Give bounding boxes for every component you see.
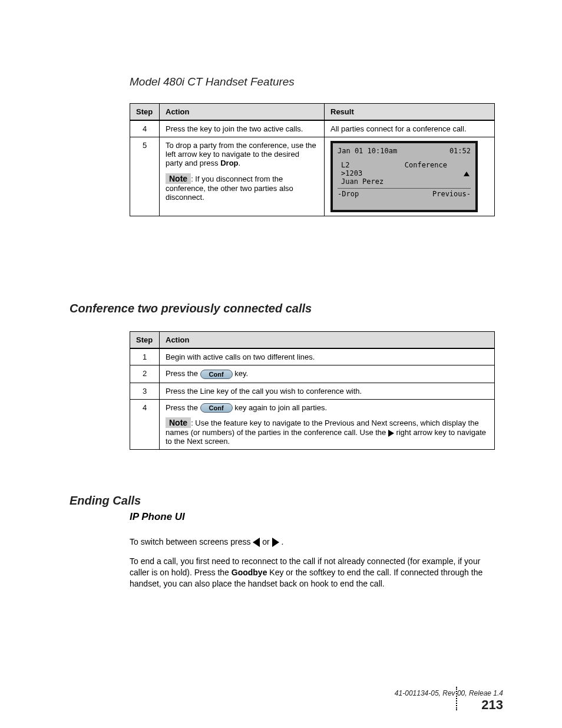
ip-phone-ui-heading: IP Phone UI [130, 511, 495, 523]
section-heading: Model 480i CT Handset Features [130, 75, 495, 88]
step-number: 3 [130, 383, 160, 399]
page-footer: 41-001134-05, Rev 00, Releae 1.4 213 [395, 689, 503, 713]
conf-key-icon: Conf [200, 403, 233, 413]
step-number: 5 [130, 137, 160, 216]
conference-two-calls-table: Step Action 1 Begin with active calls on… [130, 331, 495, 450]
step-number: 1 [130, 348, 160, 365]
ending-calls-paragraph: To switch between screens press or . To … [130, 536, 495, 589]
step-action: Press the Conf key. [160, 365, 495, 383]
table-row: 1 Begin with active calls on two differe… [130, 348, 495, 365]
subsection-heading: Conference two previously connected call… [70, 302, 312, 315]
table-row: 4 Press the key to join the two active c… [130, 120, 495, 137]
step-result: All parties connect for a conference cal… [325, 120, 495, 137]
left-arrow-icon [253, 538, 260, 547]
lcd-line-indicator: L2 [338, 161, 349, 169]
doc-revision: 41-001134-05, Rev 00, Releae 1.4 [395, 689, 503, 697]
step-action: Press the key to join the two active cal… [160, 120, 325, 137]
phone-lcd: Jan 01 10:10am 01:52 L2 Conference >1203… [330, 141, 478, 212]
col-result: Result [325, 104, 495, 121]
step-number: 2 [130, 365, 160, 383]
step-action: Begin with active calls on two different… [160, 348, 495, 365]
table-row: 2 Press the Conf key. [130, 365, 495, 383]
step-action: To drop a party from the conference, use… [160, 137, 325, 216]
up-arrow-icon [464, 172, 470, 176]
lcd-state: Conference [405, 161, 447, 169]
step-number: 4 [130, 399, 160, 450]
softkey-previous: Previous- [432, 190, 471, 198]
softkey-drop: -Drop [338, 190, 359, 198]
conference-steps-table-continued: Step Action Result 4 Press the key to jo… [130, 103, 495, 216]
col-step: Step [130, 104, 160, 121]
step-action: Press the Conf key again to join all par… [160, 399, 495, 450]
step-result-screenshot: Jan 01 10:10am 01:52 L2 Conference >1203… [325, 137, 495, 216]
step-action: Press the Line key of the call you wish … [160, 383, 495, 399]
section-title: Features [250, 75, 295, 88]
lcd-datetime: Jan 01 10:10am [338, 147, 397, 155]
lcd-timer: 01:52 [449, 147, 471, 155]
subsection: Ending Calls IP Phone UI [70, 494, 495, 523]
table-row: 4 Press the Conf key again to join all p… [130, 399, 495, 450]
col-action: Action [160, 332, 495, 349]
col-action: Action [160, 104, 325, 121]
table-row: 3 Press the Line key of the call you wis… [130, 383, 495, 399]
section-title-prefix: Model 480i CT Handset [130, 75, 250, 88]
page-number: 213 [395, 697, 503, 713]
ending-calls-heading: Ending Calls [70, 494, 495, 508]
lcd-extension: >1203 [338, 169, 471, 177]
col-step: Step [130, 332, 160, 349]
note-label: Note [166, 417, 191, 428]
lcd-caller: Juan Perez [338, 177, 471, 186]
right-arrow-icon [388, 430, 394, 437]
right-arrow-icon [272, 538, 279, 547]
note-label: Note [166, 173, 191, 184]
subsection: Conference two previously connected call… [70, 302, 312, 319]
step-number: 4 [130, 120, 160, 137]
conf-key-icon: Conf [200, 370, 233, 379]
table-row: 5 To drop a party from the conference, u… [130, 137, 495, 216]
